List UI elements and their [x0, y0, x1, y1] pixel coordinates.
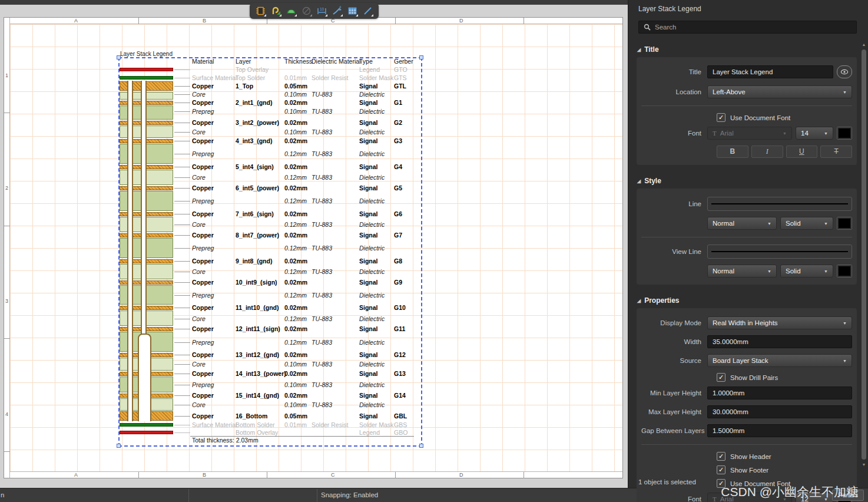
- panel-scrollbar[interactable]: ▲ ▼: [861, 42, 867, 467]
- location-dropdown[interactable]: Left-Above ▼: [707, 85, 852, 98]
- font-family-dropdown[interactable]: T Arial ▼: [707, 127, 792, 140]
- display-mode-label: Display Mode: [641, 319, 707, 326]
- legend-cell-dielectric: TU-883: [312, 381, 332, 388]
- legend-cell-thickness: 0.02mm: [284, 392, 307, 399]
- legend-cell-material: Copper: [192, 412, 214, 420]
- legend-cell-thickness: 0.12mm: [284, 221, 307, 228]
- document-sheet[interactable]: ABCD ABCD 1234 Layer Stack LegendMateria…: [4, 17, 623, 478]
- min-layer-height-label: Min Layer Height: [641, 389, 707, 397]
- legend-cell-material: Copper: [192, 99, 214, 106]
- view-line-style-dropdown[interactable]: Solid ▼: [780, 265, 833, 278]
- legend-cell-dielectric: TU-883: [312, 361, 332, 368]
- component-icon[interactable]: [255, 5, 266, 16]
- section-properties[interactable]: ◢ Properties: [637, 296, 868, 305]
- show-drill-pairs-checkbox[interactable]: ✓: [717, 373, 725, 382]
- ruler-tick: [395, 472, 396, 478]
- view-line-color-swatch[interactable]: [837, 265, 852, 278]
- via-icon[interactable]: [286, 5, 297, 16]
- zone-letter: C: [331, 472, 335, 478]
- scrollbar-thumb[interactable]: [862, 49, 866, 460]
- scroll-up-icon[interactable]: ▲: [861, 42, 867, 47]
- title-field-label: Title: [641, 68, 707, 75]
- selection-handle[interactable]: [117, 55, 121, 60]
- arc-icon[interactable]: [301, 5, 312, 16]
- legend-cell-gerber: G13: [394, 370, 406, 377]
- legend-col-header: Thickness: [284, 58, 312, 65]
- width-input[interactable]: [707, 335, 852, 348]
- selection-handle[interactable]: [419, 444, 423, 448]
- font-color-swatch[interactable]: [837, 127, 852, 140]
- use-document-font-checkbox[interactable]: ✓: [717, 113, 725, 122]
- legend-cell-gerber: G7: [394, 232, 402, 239]
- leader-line: [174, 405, 190, 405]
- legend-cell-layer: 11_int10_(gnd): [236, 304, 279, 311]
- search-box[interactable]: [638, 21, 857, 34]
- view-line-weight-dropdown[interactable]: Normal ▼: [707, 265, 777, 278]
- trace-icon[interactable]: 4: [332, 5, 343, 16]
- grid-icon[interactable]: [347, 5, 358, 16]
- line-weight-dropdown[interactable]: Normal ▼: [707, 217, 777, 230]
- legend-cell-thickness: 0.10mm: [284, 361, 307, 368]
- selection-handle[interactable]: [419, 55, 423, 60]
- leader-line: [174, 329, 190, 329]
- legend-cell-type: Dielectric: [359, 150, 385, 157]
- min-layer-height-input[interactable]: [707, 387, 852, 399]
- legend-cell-type: Signal: [359, 392, 378, 399]
- display-mode-dropdown[interactable]: Real Width in Heights ▼: [707, 316, 852, 329]
- bottom-solder-bar: [120, 423, 173, 427]
- legend-cell-type: Signal: [359, 304, 378, 311]
- scroll-down-icon[interactable]: ▼: [861, 463, 867, 467]
- line-style-dropdown[interactable]: Solid ▼: [780, 217, 833, 230]
- legend-cell-layer: Top Overlay: [236, 66, 269, 73]
- bold-button[interactable]: B: [717, 146, 748, 158]
- italic-button[interactable]: I: [751, 146, 783, 158]
- zone-number: 3: [5, 298, 8, 304]
- search-input[interactable]: [655, 24, 852, 31]
- chevron-down-icon: ▼: [824, 222, 828, 226]
- legend-cell-thickness: 0.05mm: [284, 412, 307, 420]
- gap-between-layers-input[interactable]: [707, 424, 852, 437]
- bottom-overlay-bar: [120, 431, 173, 434]
- search-icon: [644, 24, 651, 31]
- legend-cell-thickness: 0.12mm: [284, 292, 307, 299]
- underline-button[interactable]: U: [786, 146, 818, 158]
- leader-line: [174, 141, 190, 141]
- interactive-route-icon[interactable]: [270, 5, 281, 16]
- legend-cell-type: Dielectric: [359, 221, 385, 228]
- source-dropdown[interactable]: Board Layer Stack ▼: [707, 354, 852, 367]
- zone-number: 1: [5, 72, 8, 78]
- legend-cell-material: Copper: [192, 257, 214, 265]
- dimension-icon[interactable]: 10: [316, 5, 327, 16]
- line-color-swatch[interactable]: [837, 217, 852, 230]
- font-type-icon: T: [713, 130, 717, 137]
- show-footer-checkbox[interactable]: ✓: [717, 465, 725, 474]
- title-input[interactable]: [707, 65, 833, 78]
- max-layer-height-input[interactable]: [707, 405, 852, 418]
- legend-cell-type: Dielectric: [359, 197, 385, 204]
- strikethrough-button[interactable]: T: [820, 146, 852, 158]
- legend-cell-dielectric: TU-883: [312, 221, 332, 228]
- legend-cell-thickness: 0.10mm: [284, 401, 307, 408]
- zone-letter: A: [74, 472, 78, 478]
- legend-cell-type: Legend: [359, 429, 380, 436]
- legend-cell-thickness: 0.02mm: [284, 137, 307, 144]
- legend-cell-material: Surface Material: [192, 421, 237, 428]
- selection-handle[interactable]: [117, 444, 121, 448]
- legend-col-header: Material: [192, 58, 214, 65]
- legend-cell-layer: 5_int4_(sign): [236, 163, 274, 170]
- drill-pair-slot: [127, 81, 133, 421]
- visibility-eye-button[interactable]: [837, 65, 852, 78]
- font-size-dropdown[interactable]: 14 ▼: [796, 127, 833, 140]
- ruler-tick: [395, 18, 396, 24]
- show-header-checkbox[interactable]: ✓: [717, 452, 725, 461]
- legend-cell-dielectric: TU-883: [312, 91, 332, 98]
- line-icon[interactable]: [362, 5, 373, 16]
- section-style[interactable]: ◢ Style: [637, 177, 868, 185]
- legend-cell-material: Copper: [192, 163, 214, 170]
- pcb-canvas-viewport[interactable]: ABCD ABCD 1234 Layer Stack LegendMateria…: [0, 5, 628, 488]
- panel-title: Layer Stack Legend: [628, 0, 868, 18]
- legend-cell-type: Dielectric: [359, 401, 385, 408]
- legend-cell-thickness: 0.12mm: [284, 268, 307, 275]
- legend-cell-layer: 13_int12_(gnd): [236, 351, 279, 358]
- section-title[interactable]: ◢ Title: [637, 45, 868, 54]
